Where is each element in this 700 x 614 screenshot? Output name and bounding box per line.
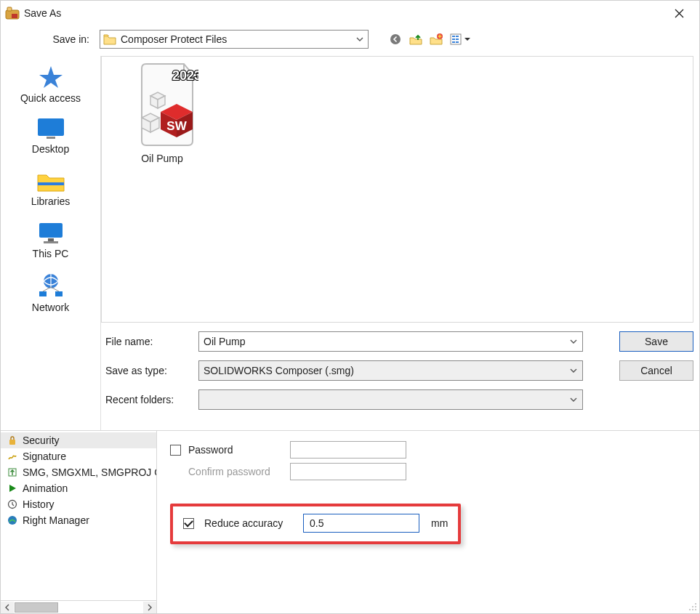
- options-area: Security Signature SMG, SMGXML, SMGPROJ …: [1, 430, 699, 613]
- svg-rect-23: [55, 291, 63, 296]
- dialog-buttons: Save: [612, 331, 693, 352]
- svg-rect-2: [12, 14, 17, 18]
- svg-rect-19: [44, 241, 58, 243]
- place-quick-access[interactable]: Quick access: [1, 65, 100, 104]
- password-input[interactable]: [290, 441, 406, 459]
- save-in-combo[interactable]: Composer Protect Files: [100, 30, 369, 49]
- save-button[interactable]: Save: [619, 331, 693, 352]
- password-row: Password: [170, 441, 686, 459]
- svg-rect-14: [38, 118, 64, 136]
- option-tab-smg[interactable]: SMG, SMGXML, SMGPROJ Options: [1, 464, 156, 480]
- up-one-level-button[interactable]: [408, 31, 424, 47]
- quick-access-icon: [36, 65, 65, 89]
- recent-folders-combo[interactable]: [198, 389, 583, 410]
- scroll-thumb[interactable]: [15, 602, 58, 613]
- svg-rect-13: [456, 41, 459, 43]
- option-tab-label: History: [23, 498, 55, 510]
- svg-rect-22: [39, 291, 47, 296]
- svg-point-3: [390, 34, 401, 44]
- save-type-row: Save as type: SOLIDWORKS Composer (.smg)…: [101, 360, 693, 381]
- reduce-accuracy-checkbox[interactable]: [183, 518, 194, 529]
- place-label: Network: [32, 302, 69, 313]
- save-in-row: Save in: Composer Protect Files: [1, 25, 699, 56]
- cancel-button[interactable]: Cancel: [619, 360, 693, 381]
- option-tab-history[interactable]: History: [1, 496, 156, 512]
- scroll-left-button[interactable]: [1, 602, 14, 613]
- close-button[interactable]: [663, 1, 695, 25]
- option-tab-label: Right Manager: [23, 514, 89, 526]
- place-label: Quick access: [20, 92, 81, 104]
- titlebar: Save As: [1, 1, 699, 25]
- option-tab-signature[interactable]: Signature: [1, 448, 156, 464]
- place-label: Desktop: [32, 143, 69, 155]
- svg-line-25: [51, 287, 59, 291]
- svg-rect-10: [452, 41, 455, 43]
- svg-rect-18: [48, 238, 54, 241]
- recent-folders-row: Recent folders:: [101, 389, 693, 410]
- option-tab-right-manager[interactable]: Right Manager: [1, 512, 156, 528]
- save-type-label: Save as type:: [101, 365, 198, 376]
- save-as-dialog: Save As Save in: Composer Protect Files: [0, 0, 700, 614]
- options-horizontal-scrollbar[interactable]: [1, 600, 156, 613]
- folder-icon: [103, 33, 116, 46]
- resize-grip[interactable]: [688, 602, 698, 612]
- svg-rect-27: [9, 440, 15, 445]
- place-network[interactable]: Network: [1, 272, 100, 313]
- scroll-right-button[interactable]: [143, 602, 156, 613]
- play-icon: [7, 482, 18, 494]
- file-name-label: File name:: [101, 336, 198, 347]
- option-tab-label: Animation: [23, 482, 68, 494]
- svg-line-24: [43, 287, 51, 291]
- place-label: This PC: [33, 248, 69, 259]
- password-checkbox[interactable]: [170, 445, 181, 456]
- reduce-accuracy-label: Reduce accuracy: [204, 517, 293, 529]
- year-badge: 2023: [172, 68, 198, 83]
- option-tab-label: Signature: [23, 451, 66, 462]
- svg-rect-35: [692, 609, 693, 610]
- file-thumbnail: 2023 SW: [126, 61, 198, 148]
- svg-rect-8: [452, 36, 455, 37]
- option-tab-animation[interactable]: Animation: [1, 480, 156, 496]
- svg-text:SW: SW: [166, 119, 187, 133]
- libraries-icon: [35, 168, 67, 193]
- svg-rect-11: [456, 36, 459, 37]
- confirm-password-input: [290, 463, 406, 480]
- reduce-accuracy-unit: mm: [431, 517, 448, 529]
- app-icon: [5, 6, 20, 20]
- smg-icon: [7, 466, 18, 478]
- save-fields: File name: Oil Pump Save Save as type: S…: [101, 328, 699, 430]
- file-name-value: Oil Pump: [204, 336, 246, 347]
- right-column: 2023 SW: [101, 56, 699, 430]
- file-item-oil-pump[interactable]: 2023 SW: [115, 61, 209, 164]
- save-type-value: SOLIDWORKS Composer (.smg): [204, 365, 354, 376]
- file-list-pane[interactable]: 2023 SW: [101, 56, 693, 323]
- chevron-down-icon: [569, 337, 578, 346]
- save-toolbar: [387, 31, 473, 47]
- options-category-list: Security Signature SMG, SMGXML, SMGPROJ …: [1, 431, 157, 613]
- place-libraries[interactable]: Libraries: [1, 168, 100, 207]
- reduce-accuracy-input[interactable]: 0.5: [303, 514, 419, 533]
- svg-rect-33: [695, 606, 696, 607]
- window-title: Save As: [24, 7, 61, 19]
- save-type-combo[interactable]: SOLIDWORKS Composer (.smg): [198, 360, 583, 381]
- back-button[interactable]: [387, 31, 403, 47]
- view-menu-button[interactable]: [448, 31, 473, 47]
- svg-rect-34: [689, 609, 691, 610]
- signature-icon: [7, 451, 18, 462]
- chevron-down-icon: [569, 395, 578, 404]
- new-folder-button[interactable]: [428, 31, 444, 47]
- place-desktop[interactable]: Desktop: [1, 117, 100, 155]
- dialog-buttons: Cancel: [612, 360, 693, 381]
- option-tab-security[interactable]: Security: [1, 432, 156, 448]
- option-tab-label: Security: [23, 435, 60, 446]
- reduce-accuracy-highlight: Reduce accuracy 0.5 mm: [170, 504, 461, 544]
- svg-rect-1: [7, 7, 12, 11]
- chevron-down-icon: [353, 35, 366, 44]
- place-this-pc[interactable]: This PC: [1, 220, 100, 259]
- rights-icon: [7, 514, 18, 526]
- password-label: Password: [188, 444, 283, 456]
- save-in-folder-name: Composer Protect Files: [121, 33, 353, 45]
- file-name-combo[interactable]: Oil Pump: [198, 331, 583, 352]
- svg-rect-32: [692, 606, 693, 607]
- option-tab-label: SMG, SMGXML, SMGPROJ Options: [23, 466, 156, 478]
